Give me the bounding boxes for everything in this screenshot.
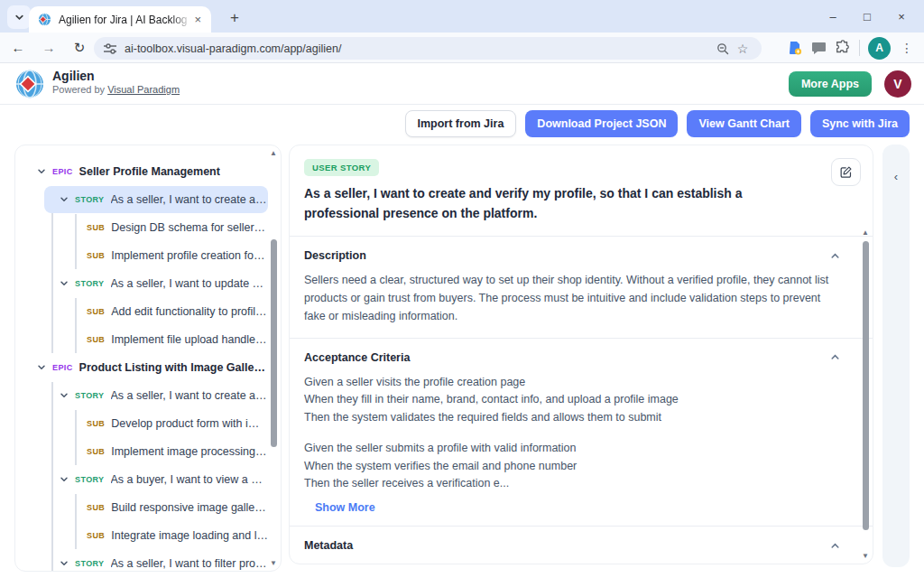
tree-item-sub[interactable]: SUB Develop product form with imag...	[77, 410, 268, 437]
scrollbar-thumb[interactable]	[863, 241, 869, 530]
forward-button[interactable]: →	[36, 35, 61, 61]
tree-item-story[interactable]: STORY As a seller, I want to filter prod…	[53, 550, 268, 572]
tree-item-label: Seller Profile Management	[79, 165, 220, 178]
view-gantt-chart-button[interactable]: View Gantt Chart	[687, 110, 800, 137]
sub-badge: SUB	[87, 251, 105, 260]
scroll-up-arrow[interactable]: ▲	[860, 228, 871, 237]
chevron-up-icon[interactable]	[830, 251, 840, 261]
story-children: SUB Develop product form with imag... SU…	[75, 410, 268, 465]
metadata-header[interactable]: Metadata	[304, 539, 840, 552]
tree-item-sub[interactable]: SUB Build responsive image gallery co...	[77, 494, 268, 521]
tree-item-story[interactable]: STORY As a seller, I want to update my..…	[53, 270, 268, 297]
chevron-down-icon[interactable]	[60, 195, 69, 204]
story-badge: STORY	[75, 195, 105, 204]
zoom-out-icon[interactable]	[713, 42, 733, 55]
tab-title: Agilien for Jira | AI Backlog Stru	[59, 14, 191, 26]
chevron-up-icon[interactable]	[830, 352, 840, 362]
sub-badge: SUB	[87, 223, 105, 232]
powered-by: Powered by Visual Paradigm	[52, 84, 180, 95]
description-text: Sellers need a clear, structured way to …	[304, 272, 832, 325]
scrollbar-thumb[interactable]	[271, 239, 277, 447]
tree-item-label: As a seller, I want to create a pr...	[111, 389, 268, 402]
tree-item-label: As a seller, I want to filter produ...	[111, 557, 268, 570]
tab-search-button[interactable]	[7, 5, 31, 29]
tree-item-story-selected[interactable]: STORY As a seller, I want to create and …	[44, 186, 268, 213]
tree-item-sub[interactable]: SUB Design DB schema for seller pro...	[77, 214, 268, 241]
save-page-extension-icon[interactable]	[787, 40, 803, 56]
description-header[interactable]: Description	[304, 249, 840, 262]
browser-menu-icon[interactable]: ⋮	[899, 41, 915, 55]
comment-extension-icon[interactable]	[811, 41, 827, 55]
tree-item-label: Implement profile creation form ...	[111, 249, 268, 262]
tree-item-epic[interactable]: EPIC Seller Profile Management	[23, 158, 268, 185]
chevron-up-icon[interactable]	[830, 541, 840, 551]
chevron-down-icon[interactable]	[60, 279, 69, 288]
acceptance-criteria-header[interactable]: Acceptance Criteria	[304, 351, 840, 364]
bookmark-star-icon[interactable]: ☆	[733, 42, 753, 56]
story-badge: STORY	[75, 391, 105, 400]
collapse-chevron-icon[interactable]: ‹	[894, 170, 898, 567]
tree-item-sub[interactable]: SUB Add edit functionality to profile ..…	[77, 298, 268, 325]
detail-scrollbar[interactable]: ▲ ▼	[860, 228, 871, 560]
chevron-down-icon[interactable]	[60, 475, 69, 484]
chevron-down-icon[interactable]	[37, 363, 46, 372]
tree-item-sub[interactable]: SUB Integrate image loading and lazy...	[77, 522, 268, 549]
browser-profile-avatar[interactable]: A	[868, 37, 891, 60]
tree-item-story[interactable]: STORY As a seller, I want to create a pr…	[53, 382, 268, 409]
more-apps-button[interactable]: More Apps	[789, 71, 872, 97]
window-maximize-button[interactable]: □	[850, 0, 884, 33]
tree-item-epic[interactable]: EPIC Product Listing with Image Gallerie…	[23, 354, 268, 381]
acceptance-criteria-heading: Acceptance Criteria	[304, 351, 410, 364]
tree-item-story[interactable]: STORY As a buyer, I want to view a pro..…	[53, 466, 268, 493]
url-text[interactable]: ai-toolbox.visual-paradigm.com/app/agili…	[125, 42, 713, 55]
window-close-button[interactable]: ×	[884, 0, 919, 33]
new-tab-button[interactable]: +	[224, 7, 245, 29]
scroll-down-arrow[interactable]: ▼	[860, 552, 871, 560]
extensions-puzzle-icon[interactable]	[835, 40, 851, 56]
scroll-down-arrow[interactable]: ▼	[268, 559, 279, 567]
metadata-section: Metadata Priority High Estimate 8 Timeli…	[290, 527, 873, 564]
download-project-json-button[interactable]: Download Project JSON	[525, 110, 678, 137]
extensions-zone: A ⋮	[787, 33, 915, 63]
tree-item-label: Implement file upload handler fo...	[111, 333, 268, 346]
visual-paradigm-link[interactable]: Visual Paradigm	[107, 84, 180, 95]
tree-item-label: Design DB schema for seller pro...	[111, 221, 268, 234]
chevron-down-icon[interactable]	[37, 167, 46, 176]
toolbar-separator	[859, 40, 860, 56]
tree-item-label: As a seller, I want to create and ...	[111, 193, 268, 206]
back-button[interactable]: ←	[5, 35, 31, 61]
tree-item-label: Build responsive image gallery co...	[111, 501, 268, 514]
site-settings-icon[interactable]	[103, 42, 117, 55]
estimate-label: Estimate	[588, 562, 840, 564]
tree-item-sub[interactable]: SUB Implement image processing pip...	[77, 438, 268, 465]
window-minimize-button[interactable]: –	[816, 0, 850, 33]
powered-by-prefix: Powered by	[52, 84, 107, 95]
epic-badge: EPIC	[52, 167, 73, 176]
story-badge: STORY	[75, 279, 105, 288]
show-more-link[interactable]: Show More	[315, 501, 840, 514]
tree-item-label: Implement image processing pip...	[111, 445, 268, 458]
address-bar[interactable]: ai-toolbox.visual-paradigm.com/app/agili…	[94, 37, 762, 60]
app-header: Agilien Powered by Visual Paradigm More …	[0, 63, 924, 105]
reload-button[interactable]: ↻	[67, 35, 92, 61]
story-badge: STORY	[75, 559, 105, 568]
user-avatar[interactable]: V	[884, 70, 911, 98]
browser-tab[interactable]: Agilien for Jira | AI Backlog Stru ×	[29, 6, 211, 33]
sidebar-scrollbar[interactable]: ▲ ▼	[268, 149, 279, 567]
chevron-down-icon	[14, 13, 24, 23]
tab-close-icon[interactable]: ×	[191, 13, 204, 26]
tree-item-sub[interactable]: SUB Implement file upload handler fo...	[77, 326, 268, 353]
scroll-up-arrow[interactable]: ▲	[268, 149, 279, 157]
sub-badge: SUB	[87, 419, 105, 428]
epic-badge: EPIC	[52, 363, 73, 372]
chevron-down-icon[interactable]	[60, 559, 69, 568]
tree-item-label: Integrate image loading and lazy...	[111, 529, 268, 542]
sync-with-jira-button[interactable]: Sync with Jira	[810, 110, 910, 137]
sub-badge: SUB	[87, 531, 105, 540]
collapsed-side-panel[interactable]: ‹	[882, 144, 910, 567]
chevron-down-icon[interactable]	[60, 391, 69, 400]
import-from-jira-button[interactable]: Import from Jira	[405, 110, 517, 137]
edit-button[interactable]	[831, 158, 861, 186]
tree-item-sub[interactable]: SUB Implement profile creation form ...	[77, 242, 268, 269]
epic-children: STORY As a seller, I want to create a pr…	[51, 382, 268, 572]
